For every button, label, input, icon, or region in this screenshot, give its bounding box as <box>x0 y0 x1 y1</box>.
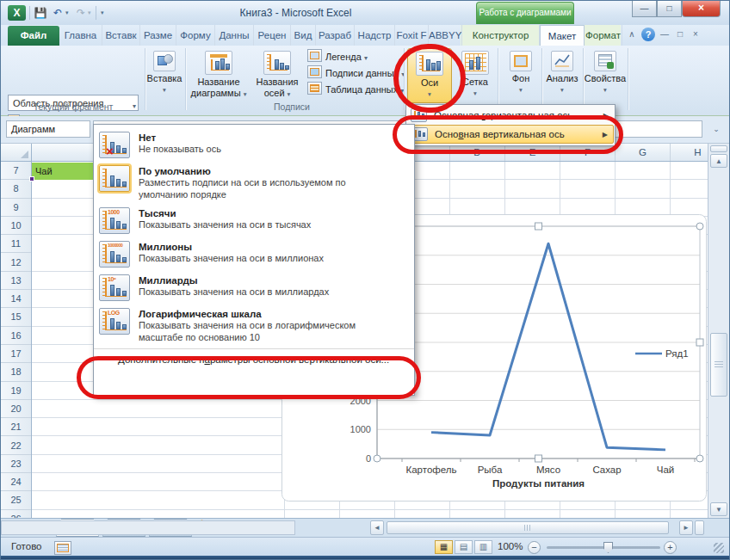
tab-Формат[interactable]: Формат <box>585 25 622 46</box>
axis-option-Тысячи[interactable]: 1000ТысячиПоказывать значения на оси в т… <box>94 204 414 237</box>
corner-triangle-icon <box>21 151 28 158</box>
scroll-down-icon[interactable]: ▼ <box>710 502 727 516</box>
collapse-ribbon-icon[interactable]: ∧ <box>626 29 638 39</box>
chart-title-button[interactable]: Название диаграммы ▾ <box>189 48 249 103</box>
insert-button[interactable]: Вставка ▾ <box>145 48 183 103</box>
vertical-axis-options-menu: ×НетНе показывать осьПо умолчаниюРазмест… <box>93 124 415 396</box>
row-header-16[interactable]: 16 <box>1 327 31 345</box>
zoom-slider-thumb[interactable] <box>603 542 613 553</box>
vertical-scrollbar[interactable]: ▲ ▼ <box>708 144 729 518</box>
data-labels-button[interactable]: Подписи данных ▾ <box>307 65 405 82</box>
chevron-down-icon: ▾ <box>288 90 291 98</box>
minimize-button[interactable]: — <box>632 1 657 17</box>
row-header-24[interactable]: 24 <box>1 473 31 491</box>
axis-option-Нет[interactable]: ×НетНе показывать ось <box>94 128 414 162</box>
scrollbar-split-handle[interactable] <box>710 145 727 152</box>
undo-icon[interactable]: ↶ <box>51 6 65 20</box>
tab-Данны[interactable]: Данны <box>215 25 254 46</box>
axis-option-Логарифмическая шкала[interactable]: LOGЛогарифмическая шкалаПоказывать значе… <box>94 305 414 347</box>
row-header-25[interactable]: 25 <box>1 491 31 509</box>
axis-titles-icon <box>263 51 291 75</box>
tab-Вставк[interactable]: Вставк <box>102 25 140 46</box>
axis-option-Миллиарды[interactable]: 10⁹МиллиардыПоказывать значения на оси в… <box>94 271 414 305</box>
row-header-8[interactable]: 8 <box>1 180 31 198</box>
row-header-10[interactable]: 10 <box>1 217 31 235</box>
zoom-in-icon[interactable]: + <box>664 541 677 554</box>
background-button[interactable]: Фон ▾ <box>502 48 540 103</box>
axis-titles-button[interactable]: Названия осей ▾ <box>251 48 304 103</box>
horizontal-scroll-track[interactable] <box>1 520 295 535</box>
tab-Foxit F[interactable]: Foxit F <box>395 25 429 46</box>
workbook-restore-icon[interactable]: □ <box>674 29 686 39</box>
data-table-button[interactable]: Таблица данных ▾ <box>307 82 404 98</box>
tab-file[interactable]: Файл <box>8 26 59 46</box>
excel-logo-icon[interactable]: X <box>8 5 26 21</box>
select-all-corner[interactable] <box>1 144 32 162</box>
view-normal-button[interactable]: ▦ <box>435 540 453 554</box>
view-page-layout-button[interactable]: ▤ <box>455 540 473 554</box>
row-header-14[interactable]: 14 <box>1 290 31 308</box>
column-header-H[interactable]: H <box>670 144 708 161</box>
horizontal-scroll-thumb[interactable] <box>387 521 669 534</box>
zoom-level[interactable]: 100% <box>498 541 523 551</box>
qat-customize-icon[interactable]: ▾ <box>101 9 104 16</box>
formula-bar-expand-icon[interactable]: ⌄ <box>707 120 726 138</box>
workbook-minimize-icon[interactable]: — <box>659 29 671 39</box>
workbook-close-icon[interactable]: × <box>690 29 702 39</box>
legend-button[interactable]: Легенда ▾ <box>307 49 368 65</box>
chart-title-label: Название <box>197 77 239 88</box>
row-header-11[interactable]: 11 <box>1 235 31 253</box>
scroll-up-icon[interactable]: ▲ <box>710 154 727 168</box>
tab-Вид[interactable]: Вид <box>291 25 316 46</box>
close-button[interactable]: × <box>682 1 721 17</box>
tab-Конструктор[interactable]: Конструктор <box>462 25 540 46</box>
analysis-button[interactable]: Анализ ▾ <box>543 48 581 103</box>
tab-Рецен[interactable]: Рецен <box>254 25 291 46</box>
tab-Надстр[interactable]: Надстр <box>355 25 395 46</box>
selection-handle <box>696 455 703 462</box>
zoom-out-icon[interactable]: − <box>528 541 541 554</box>
maximize-button[interactable]: □ <box>657 1 682 17</box>
axis-option-title: Тысячи <box>139 207 311 219</box>
row-header-19[interactable]: 19 <box>1 382 31 400</box>
save-icon[interactable]: 💾 <box>34 6 47 20</box>
row-header-7[interactable]: 7 <box>1 162 31 180</box>
row-header-18[interactable]: 18 <box>1 363 31 381</box>
row-header-21[interactable]: 21 <box>1 418 31 436</box>
row-header-23[interactable]: 23 <box>1 455 31 473</box>
axis-option-Миллионы[interactable]: 1000000МиллионыПоказывать значения на ос… <box>94 237 414 271</box>
column-header-G[interactable]: G <box>615 144 670 161</box>
scroll-right-icon[interactable]: ► <box>679 520 693 535</box>
tab-split-handle[interactable] <box>695 520 704 535</box>
row-header-20[interactable]: 20 <box>1 400 31 418</box>
redo-dropdown-icon[interactable]: ▾ <box>88 9 91 16</box>
macro-record-icon[interactable] <box>54 541 71 555</box>
properties-button[interactable]: Свойства ▾ <box>585 48 626 103</box>
tab-Главна[interactable]: Главна <box>59 25 102 46</box>
x-tick-label: Картофель <box>406 465 457 475</box>
tab-Разме[interactable]: Разме <box>140 25 176 46</box>
scroll-left-icon[interactable]: ◄ <box>370 520 384 535</box>
axis-titles-label: Названия <box>257 77 299 88</box>
row-header-26[interactable]: 26 <box>1 510 31 518</box>
help-icon[interactable]: ? <box>641 28 655 41</box>
redo-icon[interactable]: ↷ <box>74 6 88 20</box>
name-box[interactable]: Диаграмм <box>6 120 90 138</box>
tab-Макет[interactable]: Макет <box>540 25 585 46</box>
resize-grip[interactable] <box>714 543 724 553</box>
tab-Форму[interactable]: Форму <box>176 25 215 46</box>
row-header-9[interactable]: 9 <box>1 199 31 217</box>
row-header-22[interactable]: 22 <box>1 437 31 455</box>
row-header-15[interactable]: 15 <box>1 308 31 326</box>
tab-Разраб[interactable]: Разраб <box>316 25 355 46</box>
row-header-17[interactable]: 17 <box>1 345 31 363</box>
tab-ABBYY[interactable]: ABBYY <box>429 25 462 46</box>
row-header-13[interactable]: 13 <box>1 272 31 290</box>
row-headers[interactable]: 7891011121314151617181920212223242526 <box>1 162 32 518</box>
view-page-break-button[interactable]: ▥ <box>474 540 492 554</box>
fill-handle[interactable] <box>29 176 34 182</box>
row-header-12[interactable]: 12 <box>1 254 31 272</box>
undo-dropdown-icon[interactable]: ▾ <box>65 9 69 16</box>
vertical-scroll-thumb[interactable] <box>710 333 727 397</box>
axis-option-По умолчанию[interactable]: По умолчаниюРазместить подписи на оси в … <box>94 162 414 204</box>
